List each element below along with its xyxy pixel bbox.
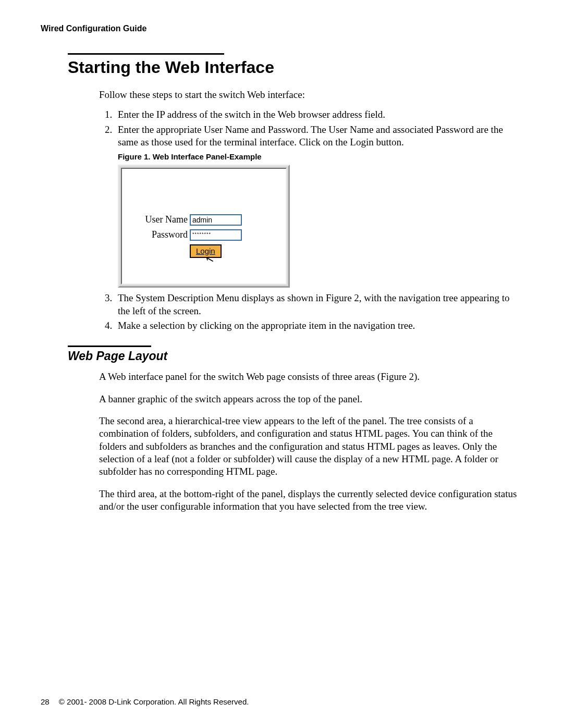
- step-item: Make a selection by clicking on the appr…: [115, 319, 522, 332]
- body-paragraph: A Web interface panel for the switch Web…: [99, 371, 522, 383]
- password-input[interactable]: ********: [190, 229, 242, 241]
- page-footer: 28 © 2001- 2008 D-Link Corporation. All …: [41, 697, 249, 706]
- section-rule: [68, 53, 224, 55]
- running-header: Wired Configuration Guide: [41, 24, 522, 33]
- username-label: User Name: [137, 214, 190, 226]
- step-item: Enter the IP address of the switch in th…: [115, 108, 522, 121]
- page-number: 28: [41, 697, 50, 706]
- subsection-title: Web Page Layout: [68, 349, 522, 363]
- password-label: Password: [137, 229, 190, 241]
- steps-list-cont: The System Description Menu displays as …: [99, 292, 522, 332]
- section-title: Starting the Web Interface: [68, 58, 522, 77]
- body-paragraph: The third area, at the bottom-right of t…: [99, 488, 522, 513]
- body-paragraph: A banner graphic of the switch appears a…: [99, 393, 522, 405]
- figure-caption: Figure 1. Web Interface Panel-Example: [118, 152, 522, 162]
- intro-text: Follow these steps to start the switch W…: [99, 89, 522, 101]
- step-item: The System Description Menu displays as …: [115, 292, 522, 317]
- subsection-rule: [68, 346, 151, 347]
- login-panel: User Name admin Password ******** Login …: [118, 165, 290, 288]
- copyright-text: © 2001- 2008 D-Link Corporation. All Rig…: [59, 697, 249, 706]
- steps-list: Enter the IP address of the switch in th…: [99, 108, 522, 149]
- body-paragraph: The second area, a hierarchical-tree vie…: [99, 415, 522, 478]
- step-item: Enter the appropriate User Name and Pass…: [115, 124, 522, 149]
- login-panel-inner: User Name admin Password ******** Login …: [121, 168, 287, 285]
- username-input[interactable]: admin: [190, 214, 242, 226]
